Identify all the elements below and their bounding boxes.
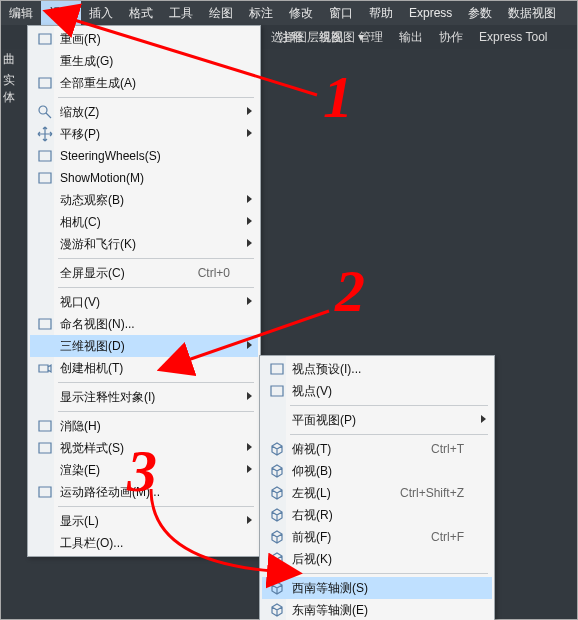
menu-item-全部重生成a[interactable]: 全部重生成(A)	[30, 72, 258, 94]
menu-item-label: 消隐(H)	[56, 418, 230, 435]
menu-8[interactable]: 窗口	[321, 1, 361, 25]
menu-0[interactable]: 编辑	[1, 1, 41, 25]
menu-item-漫游和飞行k[interactable]: 漫游和飞行(K)	[30, 233, 258, 255]
blank-icon	[34, 510, 56, 532]
ribbon-tab-3[interactable]: 输出	[391, 25, 431, 49]
menu-4[interactable]: 工具	[161, 1, 201, 25]
blank-icon	[34, 459, 56, 481]
menu-item-消隐h[interactable]: 消隐(H)	[30, 415, 258, 437]
menu-11[interactable]: 参数	[460, 1, 500, 25]
motion-icon	[34, 167, 56, 189]
menu-item-label: 视点预设(I)...	[288, 361, 464, 378]
menu-item-缩放z[interactable]: 缩放(Z)	[30, 101, 258, 123]
menubar: 编辑视图插入格式工具绘图标注修改窗口帮助Express参数数据视图	[1, 1, 577, 25]
cube-icon	[266, 504, 288, 526]
menu-item-西南等轴测s[interactable]: 西南等轴测(S)	[262, 577, 492, 599]
ribbon-tab-5[interactable]: Express Tool	[471, 25, 555, 49]
menu-item-动态观察b[interactable]: 动态观察(B)	[30, 189, 258, 211]
ribbon-group-1[interactable]: 图层	[295, 29, 319, 46]
named-view-icon	[34, 313, 56, 335]
menu-item-右视r[interactable]: 右视(R)	[262, 504, 492, 526]
menu-item-仰视b[interactable]: 仰视(B)	[262, 460, 492, 482]
shortcut-label: Ctrl+T	[411, 442, 464, 456]
ribbon-tab-4[interactable]: 协作	[431, 25, 471, 49]
menu-item-label: 右视(R)	[288, 507, 464, 524]
regen-all-icon	[34, 72, 56, 94]
menu-1[interactable]: 视图	[41, 1, 81, 25]
separator	[58, 97, 254, 98]
submenu-arrow-icon	[247, 107, 252, 115]
separator	[58, 411, 254, 412]
menu-item-相机c[interactable]: 相机(C)	[30, 211, 258, 233]
menu-item-后视k[interactable]: 后视(K)	[262, 548, 492, 570]
separator	[290, 573, 488, 574]
menu-item-视点v[interactable]: 视点(V)	[262, 380, 492, 402]
blank-icon	[34, 532, 56, 554]
menu-item-label: SteeringWheels(S)	[56, 149, 230, 163]
blank-icon	[34, 262, 56, 284]
ribbon-group-0[interactable]: 选择	[271, 29, 295, 46]
menu-item-命名视图n[interactable]: 命名视图(N)...	[30, 313, 258, 335]
blank-icon	[34, 335, 56, 357]
vp-preset-icon	[266, 358, 288, 380]
menu-5[interactable]: 绘图	[201, 1, 241, 25]
separator	[58, 382, 254, 383]
iso-icon	[266, 599, 288, 620]
menu-item-steeringwheelss[interactable]: SteeringWheels(S)	[30, 145, 258, 167]
annotation-1: 1	[323, 63, 353, 132]
menu-item-重画r[interactable]: 重画(R)	[30, 28, 258, 50]
menu-2[interactable]: 插入	[81, 1, 121, 25]
left-tab-solid[interactable]: 实体	[1, 70, 27, 108]
left-panel: 曲 实体	[1, 49, 27, 619]
blank-icon	[34, 211, 56, 233]
cube-icon	[266, 548, 288, 570]
menu-item-label: 平面视图(P)	[288, 412, 464, 429]
shortcut-label: Ctrl+Shift+Z	[380, 486, 464, 500]
menu-item-前视f[interactable]: 前视(F)Ctrl+F	[262, 526, 492, 548]
menu-item-label: 左视(L)	[288, 485, 380, 502]
ribbon-group-2[interactable]: 组	[319, 29, 331, 46]
camera-icon	[34, 357, 56, 379]
menu-item-平移p[interactable]: 平移(P)	[30, 123, 258, 145]
menu-item-东南等轴测e[interactable]: 东南等轴测(E)	[262, 599, 492, 620]
menu-item-视点预设i[interactable]: 视点预设(I)...	[262, 358, 492, 380]
ribbon-group-3[interactable]: 视图 ▾	[331, 29, 364, 46]
menu-item-label: 显示(L)	[56, 513, 230, 530]
menu-item-左视l[interactable]: 左视(L)Ctrl+Shift+Z	[262, 482, 492, 504]
menu-item-创建相机t[interactable]: 创建相机(T)	[30, 357, 258, 379]
menu-item-显示注释性对象i[interactable]: 显示注释性对象(I)	[30, 386, 258, 408]
mpath-icon	[34, 481, 56, 503]
menu-9[interactable]: 帮助	[361, 1, 401, 25]
menu-item-全屏显示c[interactable]: 全屏显示(C)Ctrl+0	[30, 262, 258, 284]
menu-item-三维视图d[interactable]: 三维视图(D)	[30, 335, 258, 357]
3d-view-submenu: 视点预设(I)...视点(V)平面视图(P)俯视(T)Ctrl+T仰视(B)左视…	[259, 355, 495, 620]
menu-item-显示l[interactable]: 显示(L)	[30, 510, 258, 532]
menu-item-工具栏o[interactable]: 工具栏(O)...	[30, 532, 258, 554]
separator	[58, 287, 254, 288]
menu-7[interactable]: 修改	[281, 1, 321, 25]
submenu-arrow-icon	[481, 415, 486, 423]
menu-item-label: 视口(V)	[56, 294, 230, 311]
menu-item-label: 西南等轴测(S)	[288, 580, 464, 597]
blank-icon	[34, 291, 56, 313]
menu-item-label: 命名视图(N)...	[56, 316, 230, 333]
left-tab-curve[interactable]: 曲	[1, 49, 27, 70]
menu-item-label: 仰视(B)	[288, 463, 464, 480]
separator	[58, 258, 254, 259]
blank-icon	[266, 409, 288, 431]
iso-icon	[266, 577, 288, 599]
blank-icon	[34, 189, 56, 211]
menu-item-平面视图p[interactable]: 平面视图(P)	[262, 409, 492, 431]
submenu-arrow-icon	[247, 465, 252, 473]
menu-6[interactable]: 标注	[241, 1, 281, 25]
menu-10[interactable]: Express	[401, 1, 460, 25]
menu-item-showmotionm[interactable]: ShowMotion(M)	[30, 167, 258, 189]
menu-3[interactable]: 格式	[121, 1, 161, 25]
menu-item-重生成g[interactable]: 重生成(G)	[30, 50, 258, 72]
hide-icon	[34, 415, 56, 437]
menu-12[interactable]: 数据视图	[500, 1, 564, 25]
menu-item-俯视t[interactable]: 俯视(T)Ctrl+T	[262, 438, 492, 460]
blank-icon	[34, 233, 56, 255]
menu-item-视口v[interactable]: 视口(V)	[30, 291, 258, 313]
submenu-arrow-icon	[247, 392, 252, 400]
